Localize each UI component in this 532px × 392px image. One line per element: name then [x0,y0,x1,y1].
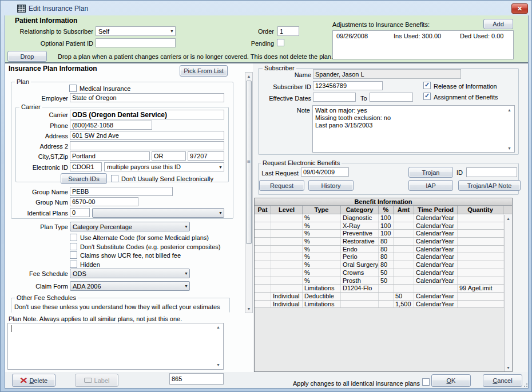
scroll-up-button[interactable]: ▲ [245,73,252,79]
order-field[interactable]: 1 [277,26,299,36]
effective-to-field[interactable] [370,93,413,102]
benefit-cell: Preventive [341,230,379,237]
benefit-column-header[interactable]: Level [271,206,303,214]
dont-send-electronically-checkbox[interactable] [111,175,118,182]
benefit-row[interactable]: %Restorative80CalendarYear [255,238,512,246]
adjustments-listbox[interactable]: 09/26/2008 Ins Used: 300.00 Ded Used: 0.… [332,30,514,59]
benefit-table-scrollbar[interactable]: ▲ ▼ [504,215,512,371]
benefit-cell: 50 [394,293,414,300]
state-field[interactable]: OR [152,151,186,161]
benefit-information-table[interactable]: Benefit Information PatLevelTypeCategory… [254,198,513,372]
medical-insurance-checkbox[interactable] [69,85,77,92]
group-name-field[interactable]: PEBB [70,187,173,196]
assignment-of-benefits-checkbox[interactable] [423,93,431,100]
address2-field[interactable] [70,141,224,150]
payor-id-dropdown[interactable]: multiple payors use this ID ▼ [104,162,224,171]
benefit-row[interactable]: IndividualDeductible50CalendarYear [255,293,512,301]
address-field[interactable]: 601 SW 2nd Ave [70,131,224,140]
benefit-cell [394,222,414,230]
pending-checkbox[interactable] [277,39,284,46]
benefit-cell [458,293,503,300]
fee-schedule-dropdown[interactable]: ODS ▼ [70,269,190,278]
benefit-row[interactable]: %Preventive100CalendarYear [255,230,512,238]
plan-id-field[interactable]: 865 [169,373,224,385]
drop-button[interactable]: Drop [7,51,47,62]
benefit-row[interactable]: IndividualLimitations1,500CalendarYear [255,301,512,309]
plan-type-dropdown[interactable]: Category Percentage ▼ [70,222,190,231]
subscriber-note-label: Note [287,107,310,114]
label-button[interactable]: Label [75,374,118,387]
city-field[interactable]: Portland [70,151,150,161]
zip-field[interactable]: 97207 [188,151,224,161]
subscriber-id-field[interactable]: 123456789 [313,81,383,90]
iap-button[interactable]: IAP [408,180,453,191]
chevron-down-icon: ▼ [219,165,223,169]
history-button[interactable]: History [308,180,354,191]
plan-type-label: Plan Type [18,223,68,231]
release-of-information-checkbox[interactable] [423,82,431,89]
effective-from-field[interactable] [313,93,356,102]
benefit-cell [394,253,414,261]
scroll-down-button[interactable]: ▼ [245,306,252,312]
claims-show-ucr-checkbox[interactable] [70,251,77,259]
scrollbar-thumb[interactable] [246,81,252,244]
benefit-column-header[interactable]: Category [341,206,379,214]
dont-substitute-codes-checkbox[interactable] [70,243,77,250]
benefit-row[interactable]: %Crowns50CalendarYear [255,269,512,277]
add-adjustment-button[interactable]: Add [483,19,513,29]
benefit-row[interactable]: LimitationsD1204-Flo99 AgeLimit [255,285,512,293]
employer-field[interactable]: State of Oregon [70,93,224,102]
search-ids-button[interactable]: Search IDs [61,173,107,184]
benefit-column-header[interactable]: Quantity [458,206,503,214]
request-button[interactable]: Request [259,180,304,191]
cancel-button[interactable]: Cancel [483,374,522,387]
ok-button[interactable]: OK [431,374,471,387]
trojan-iap-note-button[interactable]: Trojan/IAP Note [458,180,521,191]
benefit-column-header[interactable]: Type [303,206,341,214]
resize-grip[interactable] [522,382,528,387]
group-num-field[interactable]: 6570-00 [70,197,138,206]
plan-note-textarea[interactable] [7,323,224,370]
claim-form-dropdown[interactable]: ADA 2006 ▼ [70,281,190,291]
electronic-id-field[interactable]: CDOR1 [70,162,102,171]
benefit-column-header[interactable]: % [379,206,394,214]
adjustment-ded-used: Ded Used: 0.00 [460,33,503,40]
chevron-down-icon: ▼ [184,225,188,229]
benefit-row[interactable]: %Perio80CalendarYear [255,253,512,261]
benefit-table-header: PatLevelTypeCategory%AmtTime PeriodQuant… [255,206,512,214]
hidden-checkbox[interactable] [70,261,77,268]
benefit-row[interactable]: %Endo80CalendarYear [255,246,512,254]
trojan-id-field[interactable] [466,167,517,177]
pick-from-list-button[interactable]: Pick From List [180,65,228,77]
scroll-up-icon[interactable]: ▲ [216,325,220,329]
subscriber-note-textarea[interactable]: Wait on major: yes Missing tooth exclusi… [312,105,515,153]
optional-patient-id-field[interactable] [96,38,176,47]
trojan-button[interactable]: Trojan [408,167,453,178]
plan-panel-scrollbar[interactable]: ▲ ▼ [245,72,253,313]
benefit-cell [394,246,414,253]
identical-plans-field[interactable]: 0 [70,208,90,217]
phone-field[interactable]: (800)452-1058 [70,121,152,130]
scroll-up-icon[interactable]: ▲ [507,108,511,112]
benefit-row[interactable]: %Prosth50CalendarYear [255,277,512,285]
relationship-dropdown[interactable]: Self ▼ [96,26,176,36]
benefit-row[interactable]: %Oral Surgery80CalendarYear [255,261,512,269]
benefit-row[interactable]: %Diagnostic100CalendarYear [255,214,512,222]
benefit-column-header[interactable]: Pat [255,206,271,214]
carrier-field[interactable]: ODS (Oregon Dental Service) [70,110,224,119]
delete-button[interactable]: ✕ Delete [12,374,55,387]
close-button[interactable]: ✕ [511,3,528,14]
use-alternate-code-checkbox[interactable] [70,234,77,241]
scroll-up-button[interactable]: ▲ [505,215,512,222]
benefit-column-header[interactable]: Time Period [414,206,458,214]
identical-plans-dropdown[interactable]: ▼ [92,208,224,218]
scroll-down-icon[interactable]: ▼ [507,146,511,150]
apply-identical-plans-checkbox[interactable] [422,378,430,386]
window-title: Edit Insurance Plan [29,5,88,13]
last-request-field[interactable]: 09/04/2009 [301,167,349,177]
scroll-down-icon[interactable]: ▼ [216,363,220,367]
scroll-down-button[interactable]: ▼ [505,365,512,371]
benefit-column-header[interactable]: Amt [394,206,414,214]
benefit-cell [394,214,414,222]
benefit-row[interactable]: %X-Ray100CalendarYear [255,222,512,230]
